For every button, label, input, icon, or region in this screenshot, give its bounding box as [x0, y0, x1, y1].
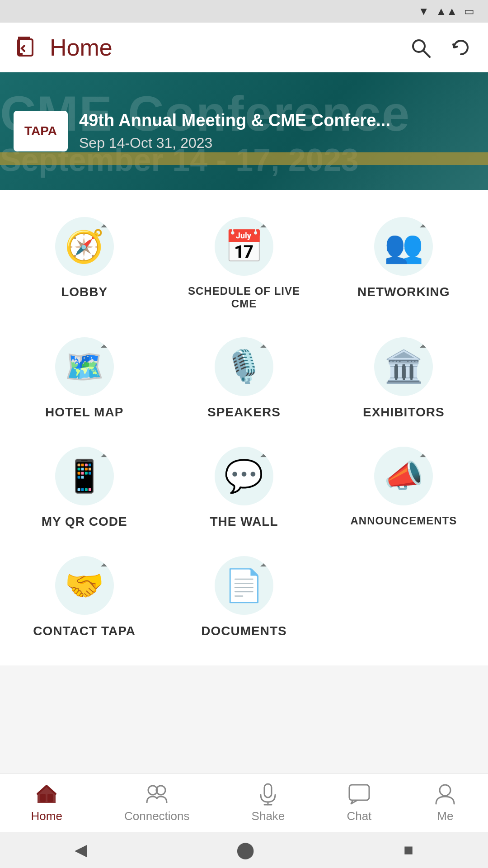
exhibitors-icon: 🏛️	[384, 348, 423, 385]
cloud-deco-lobby: ☁	[100, 217, 114, 231]
contact-tapa-icon-wrap: 🤝 ☁	[55, 556, 114, 615]
wifi-icon: ▼	[418, 5, 429, 18]
event-banner[interactable]: CME Conference September 14 - 17, 2023 T…	[0, 72, 488, 190]
menu-item-schedule[interactable]: 📅 ☁ SCHEDULE OF LIVE CME	[174, 203, 314, 319]
nav-me[interactable]: Me	[424, 778, 466, 828]
cloud-deco-announce: ☁	[419, 447, 433, 461]
cloud-deco-qr: ☁	[100, 447, 114, 461]
system-navigation: ◀ ⬤ ■	[0, 832, 488, 868]
grid-empty-slot	[333, 542, 474, 647]
nav-home-label: Home	[31, 809, 62, 823]
the-wall-icon: 💬	[224, 458, 263, 495]
networking-icon: 👥	[384, 228, 423, 265]
menu-item-exhibitors[interactable]: 🏛️ ☁ EXHIBITORS	[333, 324, 474, 429]
grid-row-2: 🗺️ ☁ HOTEL MAP 🎙️ ☁ SPEAKERS 🏛️ ☁ EXHIBI…	[5, 324, 483, 429]
speakers-label: SPEAKERS	[207, 405, 281, 420]
lobby-icon: 🧭	[65, 228, 104, 265]
page-title: Home	[50, 34, 407, 61]
cloud-deco-contact: ☁	[100, 556, 114, 571]
signal-icon: ▲▲	[436, 5, 457, 18]
menu-item-qr-code[interactable]: 📱 ☁ MY QR CODE	[14, 433, 155, 538]
back-button[interactable]	[14, 34, 41, 61]
announcements-icon-wrap: 📣 ☁	[374, 447, 433, 505]
menu-item-lobby[interactable]: 🧭 ☁ LOBBY	[14, 203, 155, 319]
nav-connections-label: Connections	[124, 809, 190, 823]
the-wall-label: THE WALL	[210, 514, 278, 529]
nav-home[interactable]: Home	[22, 778, 71, 828]
cloud-deco-schedule: ☁	[259, 217, 273, 231]
hotel-map-icon: 🗺️	[65, 348, 104, 385]
exhibitors-icon-wrap: 🏛️ ☁	[374, 337, 433, 396]
event-dates: Sep 14-Oct 31, 2023	[79, 135, 390, 151]
hotel-map-label: HOTEL MAP	[45, 405, 123, 420]
grid-row-3: 📱 ☁ MY QR CODE 💬 ☁ THE WALL 📣 ☁ ANNOUNCE…	[5, 433, 483, 538]
header-actions	[407, 34, 474, 61]
menu-item-networking[interactable]: 👥 ☁ NETWORKING	[333, 203, 474, 319]
svg-rect-10	[349, 785, 369, 800]
documents-label: DOCUMENTS	[201, 624, 286, 638]
nav-chat[interactable]: Chat	[338, 778, 380, 828]
cloud-deco-networking: ☁	[419, 217, 433, 231]
banner-gold-bar	[0, 152, 488, 165]
qr-code-label: MY QR CODE	[42, 514, 127, 529]
logo-text: TAPA	[24, 124, 57, 138]
schedule-icon: 📅	[224, 228, 263, 265]
menu-item-documents[interactable]: 📄 ☁ DOCUMENTS	[174, 542, 314, 647]
cloud-deco-map: ☁	[100, 337, 114, 352]
contact-tapa-label: CONTACT TAPA	[33, 624, 136, 638]
announcements-label: ANNOUNCEMENTS	[350, 514, 457, 527]
svg-line-2	[423, 51, 430, 57]
search-button[interactable]	[407, 34, 434, 61]
grid-row-4: 🤝 ☁ CONTACT TAPA 📄 ☁ DOCUMENTS	[5, 542, 483, 647]
sys-home-button[interactable]: ⬤	[236, 840, 254, 859]
menu-item-speakers[interactable]: 🎙️ ☁ SPEAKERS	[174, 324, 314, 429]
svg-point-11	[440, 785, 450, 796]
contact-tapa-icon: 🤝	[65, 567, 104, 604]
banner-content: 49th Annual Meeting & CME Confere... Sep…	[79, 111, 390, 151]
speakers-icon: 🎙️	[224, 348, 263, 385]
cloud-deco-exhibitors: ☁	[419, 337, 433, 352]
speakers-icon-wrap: 🎙️ ☁	[215, 337, 273, 396]
the-wall-icon-wrap: 💬 ☁	[215, 447, 273, 505]
tapa-logo: TAPA	[14, 111, 68, 151]
cloud-deco-wall: ☁	[259, 447, 273, 461]
nav-connections[interactable]: Connections	[115, 778, 199, 828]
header: Home	[0, 23, 488, 72]
schedule-icon-wrap: 📅 ☁	[215, 217, 273, 276]
battery-icon: ▭	[464, 5, 474, 18]
refresh-button[interactable]	[447, 34, 474, 61]
sys-back-button[interactable]: ◀	[75, 840, 87, 859]
announcements-icon: 📣	[384, 458, 423, 495]
sys-recent-button[interactable]: ■	[404, 840, 413, 859]
menu-item-announcements[interactable]: 📣 ☁ ANNOUNCEMENTS	[333, 433, 474, 538]
documents-icon: 📄	[224, 567, 263, 604]
networking-icon-wrap: 👥 ☁	[374, 217, 433, 276]
status-bar: ▼ ▲▲ ▭	[0, 0, 488, 23]
nav-chat-label: Chat	[347, 809, 371, 823]
menu-item-contact-tapa[interactable]: 🤝 ☁ CONTACT TAPA	[14, 542, 155, 647]
schedule-label: SCHEDULE OF LIVE CME	[178, 285, 310, 310]
bottom-navigation: Home Connections Shake Chat Me	[0, 773, 488, 832]
qr-code-icon: 📱	[65, 458, 104, 495]
cloud-deco-speakers: ☁	[259, 337, 273, 352]
qr-code-icon-wrap: 📱 ☁	[55, 447, 114, 505]
grid-row-1: 🧭 ☁ LOBBY 📅 ☁ SCHEDULE OF LIVE CME 👥 ☁ N…	[5, 203, 483, 319]
nav-shake-label: Shake	[252, 809, 285, 823]
cloud-deco-docs: ☁	[259, 556, 273, 571]
networking-label: NETWORKING	[357, 285, 450, 299]
documents-icon-wrap: 📄 ☁	[215, 556, 273, 615]
event-title: 49th Annual Meeting & CME Confere...	[79, 111, 390, 130]
menu-item-the-wall[interactable]: 💬 ☁ THE WALL	[174, 433, 314, 538]
nav-me-label: Me	[437, 809, 453, 823]
menu-grid: 🧭 ☁ LOBBY 📅 ☁ SCHEDULE OF LIVE CME 👥 ☁ N…	[0, 190, 488, 665]
nav-shake[interactable]: Shake	[243, 778, 294, 828]
lobby-label: LOBBY	[61, 285, 108, 299]
svg-rect-7	[264, 784, 272, 797]
hotel-map-icon-wrap: 🗺️ ☁	[55, 337, 114, 396]
lobby-icon-wrap: 🧭 ☁	[55, 217, 114, 276]
exhibitors-label: EXHIBITORS	[363, 405, 445, 420]
menu-item-hotel-map[interactable]: 🗺️ ☁ HOTEL MAP	[14, 324, 155, 429]
